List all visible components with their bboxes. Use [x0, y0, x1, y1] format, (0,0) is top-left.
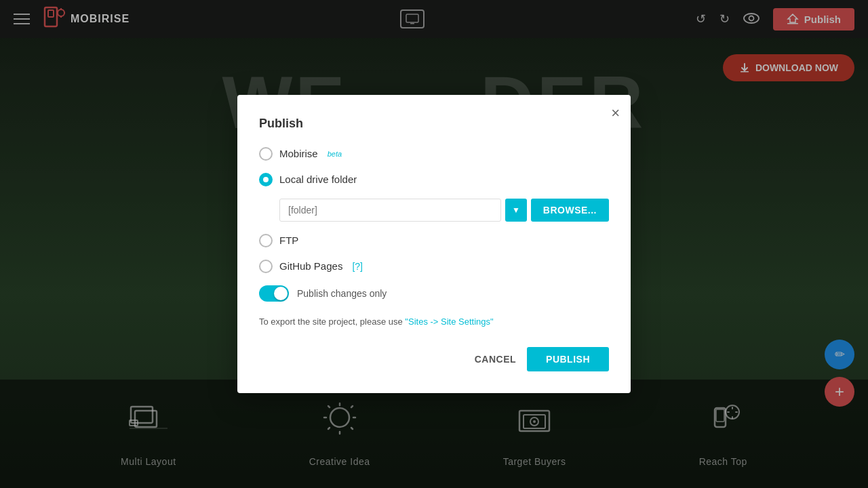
- modal-overlay: Publish × Mobirise beta Local drive fold…: [0, 0, 868, 488]
- publish-modal: Publish × Mobirise beta Local drive fold…: [237, 95, 631, 394]
- publish-changes-toggle[interactable]: [259, 285, 289, 302]
- radio-github[interactable]: [259, 260, 273, 273]
- beta-badge: beta: [328, 150, 342, 158]
- option-mobirise[interactable]: Mobirise beta: [259, 147, 609, 161]
- mobirise-label: Mobirise: [279, 148, 318, 159]
- cancel-button[interactable]: CANCEL: [475, 354, 516, 365]
- local-drive-label: Local drive folder: [279, 174, 357, 185]
- radio-local-drive[interactable]: [259, 173, 273, 186]
- browse-button[interactable]: BROWSE...: [531, 199, 609, 222]
- folder-input[interactable]: [279, 199, 501, 222]
- github-help-link[interactable]: [?]: [352, 261, 363, 272]
- toggle-knob: [274, 287, 288, 300]
- radio-mobirise[interactable]: [259, 147, 273, 161]
- modal-title: Publish: [259, 117, 609, 131]
- ftp-label: FTP: [279, 235, 298, 246]
- export-note: To export the site project, please use "…: [259, 315, 609, 329]
- export-settings-link[interactable]: "Sites -> Site Settings": [405, 317, 493, 327]
- option-local-drive[interactable]: Local drive folder: [259, 173, 609, 186]
- publish-changes-toggle-row: Publish changes only: [259, 285, 609, 302]
- folder-dropdown-button[interactable]: ▼: [505, 199, 527, 222]
- folder-input-row: ▼ BROWSE...: [279, 199, 609, 222]
- radio-ftp[interactable]: [259, 234, 273, 247]
- modal-close-button[interactable]: ×: [611, 106, 620, 121]
- github-label: GitHub Pages: [279, 260, 342, 272]
- option-github[interactable]: GitHub Pages [?]: [259, 260, 609, 273]
- modal-footer: CANCEL PUBLISH: [259, 347, 609, 371]
- export-note-text: To export the site project, please use: [259, 317, 405, 327]
- publish-modal-button[interactable]: PUBLISH: [527, 347, 609, 371]
- toggle-label: Publish changes only: [297, 288, 387, 299]
- option-ftp[interactable]: FTP: [259, 234, 609, 247]
